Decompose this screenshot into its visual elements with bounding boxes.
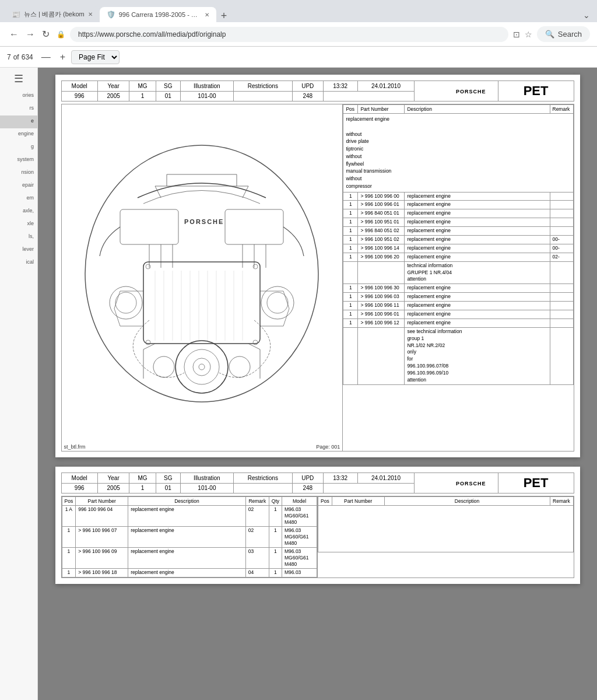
part-number-cell bbox=[358, 327, 405, 384]
table-row: 1> 996 100 951 01replacement engine bbox=[343, 218, 573, 227]
search-area[interactable]: 🔍 Search bbox=[537, 26, 590, 42]
sidebar-item-system[interactable]: system bbox=[0, 154, 37, 167]
part-number-cell: > 996 840 051 02 bbox=[358, 227, 405, 236]
sidebar-item-ical[interactable]: ical bbox=[0, 257, 37, 270]
sidebar-item-g[interactable]: g bbox=[0, 141, 37, 154]
sidebar-item-lever[interactable]: lever bbox=[0, 244, 37, 257]
upd-value: 248 bbox=[292, 91, 323, 102]
p2-part-remark: 02 bbox=[245, 506, 269, 527]
p2-part-qty: 1 bbox=[269, 527, 282, 548]
part-pos: 1 bbox=[343, 302, 358, 310]
part-desc: replacement engine bbox=[405, 302, 550, 310]
part-desc: replacement engine bbox=[405, 253, 550, 261]
table-row: 1> 996 100 951 02replacement engine00- bbox=[343, 235, 573, 244]
svg-point-32 bbox=[146, 264, 150, 269]
part-pos: 1 bbox=[343, 318, 358, 327]
part-remark bbox=[550, 209, 573, 218]
diagram-section: PORSCHE bbox=[62, 104, 343, 451]
part-desc: replacement engine bbox=[405, 209, 550, 218]
part-pos: 1 bbox=[343, 209, 358, 218]
sidebar-item-repair[interactable]: epair bbox=[0, 180, 37, 192]
address-actions: ⊡ ☆ bbox=[513, 30, 532, 39]
reload-button[interactable]: ↻ bbox=[40, 27, 52, 41]
svg-point-10 bbox=[175, 341, 228, 393]
page2-left-table-container: Pos Part Number Description Remark Qty M… bbox=[62, 496, 318, 578]
col-remark-header: Remark bbox=[550, 105, 573, 114]
back-button[interactable]: ← bbox=[7, 28, 21, 41]
tab-active[interactable]: 🛡️ 996 Carrera 1998-2005 - E_996_ ✕ bbox=[100, 7, 216, 22]
tab-close-inactive[interactable]: ✕ bbox=[88, 11, 93, 18]
sidebar-item-ls[interactable]: ls, bbox=[0, 231, 37, 244]
sidebar-item-em[interactable]: em bbox=[0, 192, 37, 205]
p2-part-number-cell: > 996 100 996 09 bbox=[76, 548, 128, 569]
sidebar-item-nsion[interactable]: nsion bbox=[0, 167, 37, 180]
col-desc-header: Description bbox=[405, 105, 550, 114]
svg-point-13 bbox=[199, 364, 205, 370]
part-remark bbox=[550, 302, 573, 310]
part-remark bbox=[550, 284, 573, 293]
part-number-cell: > 996 100 951 02 bbox=[358, 235, 405, 244]
mg-label: MG bbox=[129, 81, 156, 92]
p2-part-desc: replacement engine bbox=[128, 569, 246, 578]
p2-part-pos: 1 bbox=[62, 569, 76, 578]
pdf-page-1: Model Year MG SG Illustration Restrictio… bbox=[55, 75, 580, 457]
part-desc: technical information GRUPPE 1 NR.4/04 a… bbox=[405, 261, 550, 284]
zoom-select[interactable]: Page Fit bbox=[71, 50, 120, 64]
bookmark-icon[interactable]: ☆ bbox=[525, 30, 532, 39]
p2r-partnum-header: Part Number bbox=[332, 497, 384, 506]
sidebar-item-xle[interactable]: xle bbox=[0, 218, 37, 231]
pdf-content: Model Year MG SG Illustration Restrictio… bbox=[38, 68, 597, 700]
table-row: see technical information group 1 NR.1/0… bbox=[343, 327, 573, 384]
sidebar: ☰ ories rs e engine g system nsion epair… bbox=[0, 68, 38, 700]
sidebar-item-engine[interactable]: engine bbox=[0, 128, 37, 141]
tab-inactive[interactable]: 📰 뉴스 | 베콤카 (bekom ✕ bbox=[5, 6, 100, 22]
parts-table-section: Pos Part Number Description Remark repla… bbox=[343, 104, 573, 451]
p2-pos-header: Pos bbox=[62, 497, 76, 506]
form-label: st_btl.frm bbox=[64, 444, 86, 450]
table-row: 1 A996 100 996 04replacement engine021M9… bbox=[62, 506, 317, 527]
p2-part-model: M96.03 bbox=[282, 569, 317, 578]
p2-illustration-value: 101-00 bbox=[181, 483, 234, 494]
cast-icon[interactable]: ⊡ bbox=[513, 30, 520, 39]
part-number-cell: > 996 100 996 12 bbox=[358, 318, 405, 327]
p2-part-pos: 1 A bbox=[62, 506, 76, 527]
part-number-cell: > 996 100 996 14 bbox=[358, 244, 405, 253]
part-pos: 1 bbox=[343, 284, 358, 293]
svg-point-34 bbox=[146, 340, 150, 345]
table-row: 1> 996 100 996 03replacement engine bbox=[343, 293, 573, 302]
more-tabs-button[interactable]: ⌄ bbox=[581, 8, 592, 22]
address-input[interactable] bbox=[70, 27, 508, 42]
zoom-in-button[interactable]: + bbox=[57, 51, 69, 64]
parts-table-2-right: Pos Part Number Description Remark bbox=[318, 496, 574, 552]
mg-value: 1 bbox=[129, 91, 156, 102]
p2-part-qty: 1 bbox=[269, 548, 282, 569]
intro-text-cell: replacement engine without drive plate t… bbox=[343, 114, 573, 192]
p2-illustration-label: Illustration bbox=[181, 473, 234, 484]
sidebar-item-e[interactable]: e bbox=[0, 116, 37, 128]
sidebar-item-accessories[interactable]: ories bbox=[0, 90, 37, 103]
zoom-out-button[interactable]: — bbox=[38, 51, 54, 64]
p2-upd-value: 248 bbox=[292, 483, 323, 494]
part-number-cell: > 996 100 996 30 bbox=[358, 284, 405, 293]
tab-close-active[interactable]: ✕ bbox=[205, 12, 209, 18]
main-layout: ☰ ories rs e engine g system nsion epair… bbox=[0, 68, 597, 700]
restrictions-value bbox=[233, 91, 292, 102]
part-number-cell: > 996 840 051 01 bbox=[358, 209, 405, 218]
p2-part-desc: replacement engine bbox=[128, 506, 246, 527]
sidebar-menu-icon[interactable]: ☰ bbox=[0, 68, 37, 90]
p2-part-remark: 03 bbox=[245, 548, 269, 569]
part-number-cell: > 996 100 996 20 bbox=[358, 253, 405, 261]
forward-button[interactable]: → bbox=[23, 28, 37, 41]
svg-point-12 bbox=[193, 358, 210, 376]
sg-label: SG bbox=[156, 81, 181, 92]
page-total: 634 bbox=[22, 53, 33, 61]
new-tab-button[interactable]: + bbox=[219, 10, 230, 22]
p2-qty-header: Qty bbox=[269, 497, 282, 506]
doc-header-table-2: Model Year MG SG Illustration Restrictio… bbox=[61, 473, 574, 494]
illustration-label: Illustration bbox=[181, 81, 234, 92]
table-row bbox=[318, 506, 574, 552]
p2-part-model: M96.03 MG60/G61 M480 bbox=[282, 527, 317, 548]
sidebar-item-rs[interactable]: rs bbox=[0, 103, 37, 116]
sidebar-item-axle[interactable]: axle, bbox=[0, 205, 37, 218]
part-desc: replacement engine bbox=[405, 284, 550, 293]
